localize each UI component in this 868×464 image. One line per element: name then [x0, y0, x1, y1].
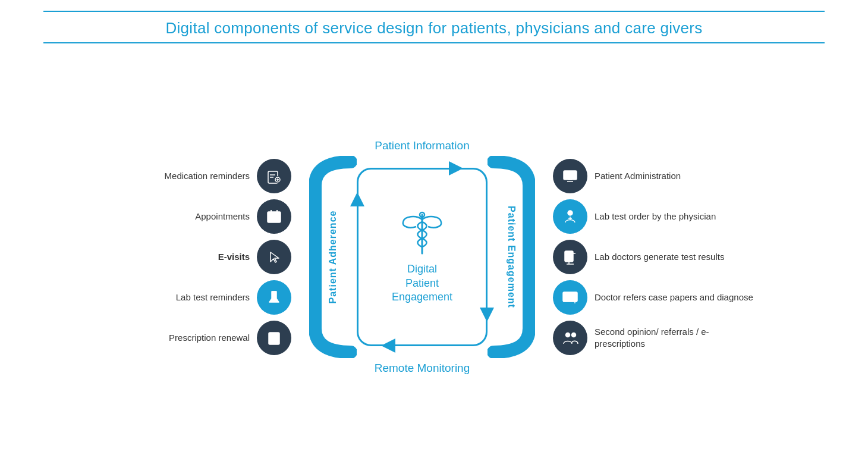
right-item-lab-test-order: Lab test order by the physician	[553, 199, 755, 234]
remote-monitoring-label: Remote Monitoring	[375, 362, 470, 375]
right-item-doctor-refers: Doctor refers case papers and diagnose	[553, 280, 755, 315]
bracket-left: Patient Adherence	[309, 156, 357, 358]
right-item-label-lab-test-order: Lab test order by the physician	[595, 211, 716, 222]
bottom-title-line	[43, 42, 825, 43]
svg-point-44	[572, 333, 576, 337]
right-icon-second-opinion	[553, 321, 587, 355]
page-wrapper: Digital components of service design for…	[0, 0, 868, 464]
main-content: Medication remindersAppointmentsE-visits…	[0, 49, 868, 464]
left-item-medication-reminders: Medication reminders	[165, 159, 291, 193]
left-item-appointments: Appointments	[195, 199, 291, 234]
svg-marker-20	[449, 161, 463, 175]
left-item-prescription-renewal: Prescription renewal	[169, 321, 291, 355]
arrow-right-top	[449, 161, 463, 175]
left-icon-e-visits	[257, 240, 291, 274]
right-item-label-doctor-refers: Doctor refers case papers and diagnose	[595, 291, 753, 303]
svg-marker-23	[350, 192, 364, 206]
svg-rect-38	[563, 292, 577, 302]
left-item-lab-test-reminders: Lab test reminders	[176, 280, 291, 315]
left-icon-appointments	[257, 199, 291, 234]
center-box: DigitalPatientEngagement	[357, 168, 488, 346]
right-item-label-lab-doctors: Lab doctors generate test results	[595, 251, 724, 263]
patient-adherence-label: Patient Adherence	[328, 210, 338, 303]
left-item-label-prescription-renewal: Prescription renewal	[169, 333, 250, 343]
right-item-second-opinion: Second opinion/ referrals / e-prescripti…	[553, 321, 755, 355]
page-title: Digital components of service design for…	[165, 19, 702, 37]
top-line	[43, 11, 825, 12]
left-icon-lab-test-reminders	[257, 280, 291, 315]
patient-engagement-label: Patient Engagement	[506, 206, 517, 308]
center-box-text: DigitalPatientEngagement	[392, 262, 452, 304]
left-item-label-medication-reminders: Medication reminders	[165, 171, 250, 181]
svg-point-29	[568, 172, 572, 175]
svg-marker-22	[381, 338, 395, 353]
right-item-patient-administration: Patient Administration	[553, 159, 755, 193]
left-item-label-lab-test-reminders: Lab test reminders	[176, 292, 250, 302]
right-column: Patient AdministrationLab test order by …	[553, 159, 755, 355]
arrow-left-bottom	[381, 338, 395, 353]
left-item-label-appointments: Appointments	[195, 211, 250, 221]
left-icon-prescription-renewal	[257, 321, 291, 355]
right-icon-patient-administration	[553, 159, 587, 193]
caduceus-icon	[398, 209, 446, 256]
svg-point-43	[566, 333, 570, 337]
svg-point-15	[275, 299, 276, 300]
right-item-lab-doctors: Lab doctors generate test results	[553, 240, 755, 274]
left-icon-medication-reminders	[257, 159, 291, 193]
right-icon-lab-test-order	[553, 199, 587, 234]
left-item-e-visits: E-visits	[218, 240, 291, 274]
left-item-label-e-visits: E-visits	[218, 252, 250, 262]
bracket-right: Patient Engagement	[488, 156, 535, 358]
right-item-label-patient-administration: Patient Administration	[595, 170, 681, 182]
center-middle: Patient Adherence	[297, 156, 547, 358]
svg-point-34	[567, 254, 571, 258]
center-column: Patient Information Patient Adherence	[297, 139, 547, 375]
svg-point-14	[273, 299, 275, 301]
arrow-up-left	[350, 192, 364, 206]
left-column: Medication remindersAppointmentsE-visits…	[113, 159, 291, 355]
right-item-label-second-opinion: Second opinion/ referrals / e-prescripti…	[595, 326, 755, 349]
right-icon-lab-doctors	[553, 240, 587, 274]
patient-info-label: Patient Information	[375, 139, 469, 152]
right-icon-doctor-refers	[553, 280, 587, 315]
center-box-wrapper: DigitalPatientEngagement	[357, 168, 488, 346]
svg-point-30	[568, 211, 573, 215]
